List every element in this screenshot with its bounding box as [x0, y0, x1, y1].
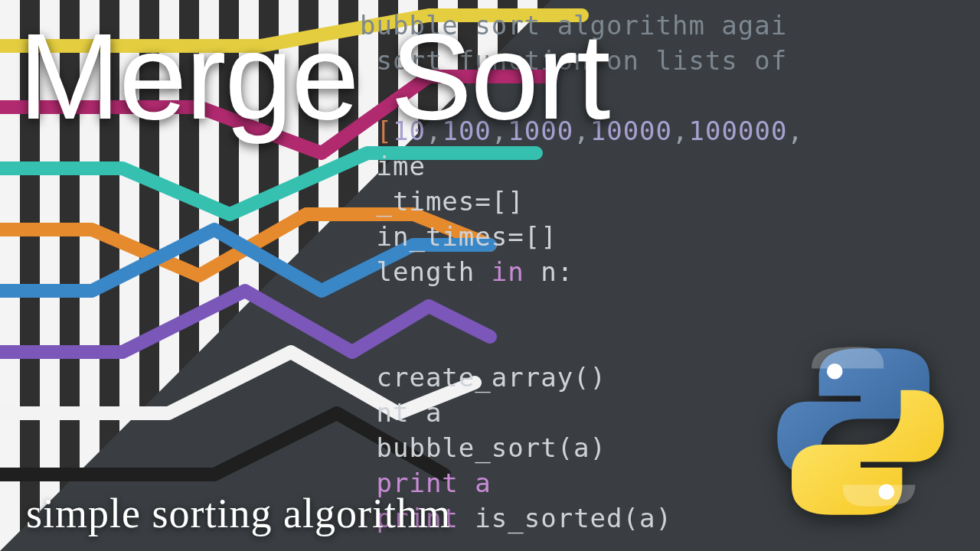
code-num-5: 100000 — [689, 116, 788, 146]
main-title: Merge Sort — [18, 15, 609, 138]
code-line-6: in_times=[] — [376, 221, 557, 252]
code-line-9: nt a — [376, 397, 442, 428]
code-line-12b: is_sorted(a) — [475, 503, 672, 533]
code-line-4: ime — [376, 151, 425, 181]
code-line-5: _times=[] — [376, 186, 524, 217]
subtitle: simple sorting algorithm — [26, 490, 451, 537]
code-line-8: create_array() — [376, 362, 606, 393]
code-line-7: length — [376, 256, 475, 287]
python-logo-icon — [769, 340, 952, 523]
code-kw-in: in — [492, 256, 524, 287]
code-var-n: n: — [541, 256, 573, 287]
code-line-10: bubble_sort(a) — [376, 432, 606, 463]
